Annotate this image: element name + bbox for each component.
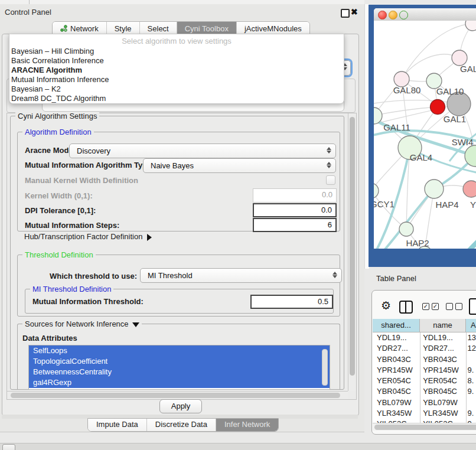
horizontal-scrollbar-thumb[interactable] bbox=[11, 393, 340, 398]
tab-impute-data[interactable]: Impute Data bbox=[88, 419, 146, 431]
column-header-name[interactable]: name bbox=[420, 319, 466, 332]
deselect-all-checkbox-icon2[interactable] bbox=[455, 303, 462, 310]
expander-right-icon bbox=[147, 234, 152, 241]
select-all-checkbox-icon[interactable]: ✓ bbox=[422, 303, 429, 310]
node-gal1[interactable] bbox=[431, 100, 445, 115]
tab-label: Network bbox=[70, 24, 99, 33]
select-all-checkbox-icon2[interactable]: ✓ bbox=[432, 303, 439, 310]
mi-threshold-label: Mutual Information Threshold: bbox=[32, 297, 144, 306]
table-row[interactable]: YBR043C YBR043C bbox=[373, 354, 476, 365]
tab-select[interactable]: Select bbox=[139, 22, 177, 35]
sources-collapse-header[interactable]: Sources for Network Inference bbox=[22, 319, 142, 328]
column-header-shared-name[interactable]: shared... bbox=[373, 319, 420, 332]
aracne-mode-select[interactable]: Discovery bbox=[69, 144, 336, 158]
close-icon[interactable]: ✖ bbox=[351, 7, 358, 17]
network-view-window: GAL GAL80 GAL10 GAL1 GAL11 SWI4 GAL4 GCY… bbox=[369, 5, 476, 267]
list-item[interactable]: SelfLoops bbox=[29, 345, 330, 356]
cell-value: 9 bbox=[463, 419, 476, 423]
column-header-third[interactable]: A bbox=[466, 319, 476, 332]
manual-kernel-checkbox[interactable] bbox=[326, 175, 335, 185]
mi-threshold-field[interactable]: 0.5 bbox=[250, 295, 333, 309]
which-threshold-select[interactable]: MI Threshold bbox=[140, 268, 342, 283]
cell-name: YBR043C bbox=[419, 354, 463, 365]
popup-item[interactable]: Basic Correlation Inference bbox=[11, 56, 104, 65]
close-traffic-light[interactable] bbox=[378, 11, 387, 19]
tab-label: Cyni Toolbox bbox=[185, 24, 229, 33]
network-icon bbox=[60, 25, 67, 32]
popup-item[interactable]: Bayesian – Hill Climbing bbox=[11, 47, 94, 56]
vertical-scrollbar-thumb[interactable] bbox=[350, 117, 355, 376]
threshold-definition-title: Threshold Definition bbox=[22, 250, 96, 259]
cell-shared-name: YBR043C bbox=[373, 354, 419, 365]
corner-button[interactable] bbox=[2, 444, 15, 450]
node-label: SWI4 bbox=[452, 137, 474, 147]
apply-button[interactable]: Apply bbox=[159, 399, 202, 413]
kernel-width-field[interactable]: 0.0 bbox=[253, 188, 337, 203]
bottom-status-bar bbox=[0, 443, 476, 450]
node-hap2[interactable] bbox=[399, 222, 413, 236]
control-panel-window: Control Panel ✖ Network Style Select Cyn… bbox=[0, 4, 364, 432]
tab-network[interactable]: Network bbox=[53, 22, 106, 35]
deselect-all-checkbox-icon[interactable] bbox=[446, 303, 453, 310]
panel-title: Control Panel bbox=[5, 8, 51, 17]
popup-item[interactable]: ARACNE Algorithm bbox=[11, 66, 82, 74]
cell-value: 9. bbox=[463, 386, 476, 397]
table-horizontal-scrollbar[interactable] bbox=[373, 423, 476, 431]
horizontal-scrollbar-track[interactable] bbox=[7, 391, 348, 399]
float-window-icon[interactable] bbox=[341, 9, 350, 18]
list-item[interactable]: gal4RGexp bbox=[29, 377, 330, 388]
table-row[interactable]: YER054C YER054C 8. bbox=[373, 376, 476, 386]
tab-jactivemnodules[interactable]: jActiveMNodules bbox=[236, 22, 309, 35]
column-divider bbox=[420, 332, 420, 423]
node[interactable] bbox=[465, 21, 476, 31]
popup-item[interactable]: Mutual Information Inference bbox=[11, 75, 109, 84]
table-row[interactable]: YDR27... YDR27... 12 bbox=[373, 343, 476, 354]
tab-style[interactable]: Style bbox=[106, 22, 139, 35]
list-item[interactable]: BetweennessCentrality bbox=[29, 367, 330, 377]
vertical-scrollbar-track[interactable] bbox=[348, 113, 356, 391]
list-scrollbar[interactable] bbox=[322, 349, 328, 386]
hub-definition-expander[interactable]: Hub/Transcription Factor Definition bbox=[24, 232, 152, 241]
tab-discretize-data[interactable]: Discretize Data bbox=[146, 419, 216, 431]
tab-infer-network[interactable]: Infer Network bbox=[216, 419, 278, 431]
table-row[interactable]: YBR045C YBR045C 9. bbox=[373, 386, 476, 397]
screen: Control Panel ✖ Network Style Select Cyn… bbox=[0, 0, 476, 450]
node-label: GAL4 bbox=[410, 152, 432, 162]
tab-label: Style bbox=[115, 24, 132, 33]
column-layout-icon[interactable] bbox=[399, 301, 413, 314]
dpi-tolerance-field[interactable]: 0.0 bbox=[253, 203, 337, 217]
popup-item[interactable]: Dream8 DC_TDC Algorithm bbox=[11, 94, 106, 103]
cell-shared-name: YLR345W bbox=[373, 408, 419, 419]
data-attributes-label: Data Attributes bbox=[22, 334, 77, 343]
table-scrollbar-thumb[interactable] bbox=[374, 425, 476, 430]
tab-label: Select bbox=[148, 24, 169, 33]
tab-cyni-toolbox[interactable]: Cyni Toolbox bbox=[177, 22, 236, 35]
node-gcy1[interactable] bbox=[374, 183, 379, 198]
table-row[interactable]: YPR145W YPR145W 9. bbox=[373, 365, 476, 376]
cell-name: YDR27... bbox=[419, 343, 463, 354]
export-table-icon[interactable] bbox=[469, 298, 476, 315]
mi-type-select[interactable]: Naive Bayes bbox=[143, 158, 336, 173]
node-salmon[interactable] bbox=[463, 181, 476, 197]
popup-item[interactable]: Bayesian – K2 bbox=[11, 84, 61, 93]
zoom-traffic-light[interactable] bbox=[399, 11, 408, 19]
node-hap4[interactable] bbox=[425, 180, 444, 198]
network-canvas[interactable]: GAL GAL80 GAL10 GAL1 GAL11 SWI4 GAL4 GCY… bbox=[374, 21, 476, 249]
sources-title: Sources for Network Inference bbox=[25, 319, 129, 328]
network-window-titlebar[interactable] bbox=[374, 8, 476, 21]
manual-kernel-label: Manual Kernel Width Definition bbox=[25, 176, 138, 185]
mi-steps-field[interactable]: 6 bbox=[253, 218, 337, 232]
table-row[interactable]: YBL079W YBL079W bbox=[373, 397, 476, 408]
network-nodes[interactable] bbox=[374, 21, 476, 249]
gear-icon[interactable]: ⚙ bbox=[381, 300, 391, 311]
table-row[interactable]: YDL19... YDL19... 13 bbox=[373, 332, 476, 343]
table-row[interactable]: YLR345W YLR345W 9. bbox=[373, 408, 476, 419]
cell-value: 9. bbox=[463, 408, 476, 419]
minimize-traffic-light[interactable] bbox=[389, 11, 397, 19]
network-view-frame: GAL GAL80 GAL10 GAL1 GAL11 SWI4 GAL4 GCY… bbox=[374, 8, 476, 249]
data-attributes-list: SelfLoops TopologicalCoefficient Between… bbox=[28, 345, 330, 390]
table-row[interactable]: YIL052C YIL052C 9 bbox=[373, 419, 476, 423]
cell-value: 12 bbox=[463, 343, 476, 354]
node-label: GCY1 bbox=[374, 199, 395, 209]
list-item[interactable]: TopologicalCoefficient bbox=[29, 356, 330, 367]
